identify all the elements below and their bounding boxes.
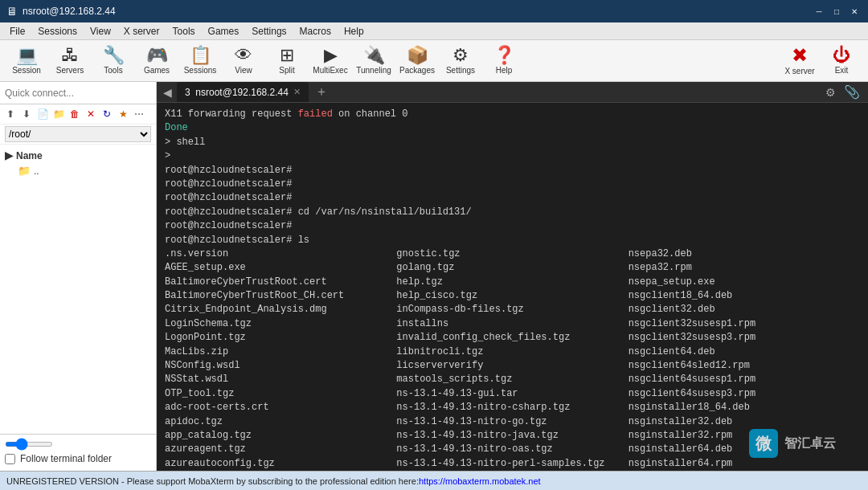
toolbar-tools[interactable]: 🔧 Tools — [93, 43, 133, 79]
window-controls: ─ □ ✕ — [812, 4, 862, 18]
watermark-text: 智汇卓云 — [784, 435, 836, 452]
watermark-icon-text: 微 — [755, 433, 772, 455]
sb-upload-btn[interactable]: ⬆ — [3, 107, 18, 121]
multiexec-icon: ▶ — [324, 47, 338, 64]
toolbar-split[interactable]: ⊞ Split — [267, 43, 307, 79]
term-line-p1: root@hzcloudnetscaler# — [165, 164, 860, 178]
follow-terminal-row: Follow terminal folder — [5, 450, 151, 468]
sb-download-btn[interactable]: ⬇ — [19, 107, 34, 121]
file-entry: BaltimoreCyberTrustRoot_CH.cert — [165, 289, 396, 303]
file-entry: azureagent.tgz — [165, 443, 396, 456]
toolbar-tunneling[interactable]: 🔌 Tunneling — [354, 43, 394, 79]
status-link[interactable]: https://mobaxterm.mobatek.net — [419, 476, 541, 486]
term-line-done: Done — [165, 121, 860, 135]
window-title: nsroot@192.168.2.44 — [23, 6, 812, 17]
sb-more-btn[interactable]: ⋯ — [132, 107, 146, 121]
quick-connect-input[interactable] — [5, 88, 151, 99]
menu-file[interactable]: File — [3, 24, 31, 39]
toolbar-packages[interactable]: 📦 Packages — [397, 43, 437, 79]
folder-select-bar[interactable]: /root/ — [0, 125, 156, 145]
tab-prev-button[interactable]: ◀ — [160, 82, 175, 102]
file-entry: nsgclient18_64.deb — [628, 289, 860, 303]
sidebar: ⬆ ⬇ 📄 📁 🗑 ✕ ↻ ★ ⋯ /root/ ▶ Name 📁 .. — [0, 82, 157, 471]
file-entry: LogonPoint.tgz — [165, 331, 396, 345]
term-line-shell: > shell — [165, 136, 860, 149]
terminal-tab-active[interactable]: 3 nsroot@192.168.2.44 ✕ — [177, 82, 309, 102]
sb-delete-btn[interactable]: 🗑 — [68, 107, 82, 121]
file-entry: azureautoconfig.tgz — [165, 457, 396, 471]
file-tree: ▶ Name 📁 .. — [0, 145, 156, 434]
sb-star-btn[interactable]: ★ — [116, 107, 130, 121]
toolbar-servers[interactable]: 🖧 Servers — [50, 43, 90, 79]
file-entry: ns-13.1-49.13-nitro-oas.tgz — [396, 443, 628, 456]
sidebar-bottom: Follow terminal folder — [0, 434, 156, 471]
menu-help[interactable]: Help — [338, 24, 371, 39]
menu-games[interactable]: Games — [202, 24, 246, 39]
file-entry: app_catalog.tgz — [165, 429, 396, 443]
file-entry: nsginstaller32.deb — [628, 415, 860, 429]
close-button[interactable]: ✕ — [847, 4, 862, 18]
menu-sessions[interactable]: Sessions — [31, 24, 84, 39]
toolbar-session[interactable]: 💻 Session — [6, 43, 47, 79]
toolbar-sessions[interactable]: 📋 Sessions — [180, 43, 220, 79]
split-icon: ⊞ — [280, 47, 294, 64]
clipboard-icon[interactable]: 📎 — [839, 84, 865, 100]
toolbar-games[interactable]: 🎮 Games — [137, 43, 177, 79]
tab-add-button[interactable]: ＋ — [310, 84, 333, 100]
watermark: 微 智汇卓云 — [749, 429, 836, 458]
quick-connect-bar[interactable] — [0, 82, 156, 104]
view-icon: 👁 — [235, 47, 252, 64]
file-entry: ns-13.1-49.13-gui.tar — [396, 387, 628, 401]
sb-x-btn[interactable]: ✕ — [84, 107, 98, 121]
tab-close-icon[interactable]: ✕ — [293, 87, 301, 97]
file-entry: gnostic.tgz — [396, 247, 628, 261]
minimize-button[interactable]: ─ — [812, 4, 826, 18]
file-entry: nsgclient64.deb — [628, 345, 860, 359]
sb-refresh-btn[interactable]: ↻ — [100, 107, 114, 121]
sb-new-file-btn[interactable]: 📄 — [35, 107, 50, 121]
follow-terminal-checkbox[interactable] — [5, 454, 15, 464]
menu-settings[interactable]: Settings — [245, 24, 293, 39]
games-icon: 🎮 — [146, 47, 168, 64]
term-line-p4: root@hzcloudnetscaler# — [165, 219, 860, 233]
file-entry: BaltimoreCyberTrustRoot.cert — [165, 276, 396, 289]
sessions-icon: 📋 — [190, 47, 211, 64]
tab-action-btn[interactable]: ⚙ — [822, 86, 839, 99]
toolbar-exit[interactable]: ⏻ Exit — [821, 43, 862, 79]
folder-dropdown[interactable]: /root/ — [5, 126, 151, 142]
file-col-2: gnostic.tgzgolang.tgzhelp.tgzhelp_cisco.… — [396, 247, 628, 471]
menu-view[interactable]: View — [84, 24, 117, 39]
menu-macros[interactable]: Macros — [293, 24, 338, 39]
terminal-content[interactable]: X11 forwarding request failed on channel… — [157, 103, 868, 471]
toolbar-sessions-label: Sessions — [184, 66, 217, 75]
toolbar-multiexec[interactable]: ▶ MultiExec — [310, 43, 350, 79]
tree-item-folder[interactable]: 📁 .. — [5, 163, 151, 178]
sidebar-slider[interactable] — [5, 442, 53, 447]
toolbar: 💻 Session 🖧 Servers 🔧 Tools 🎮 Games 📋 Se… — [0, 40, 868, 82]
file-entry: inCompass-db-files.tgz — [396, 303, 628, 316]
file-entry: ns-13.1-49.13-nitro-java.tgz — [396, 429, 628, 443]
sb-new-folder-btn[interactable]: 📁 — [51, 107, 66, 121]
file-entry: nsepa32.rpm — [628, 261, 860, 275]
toolbar-settings[interactable]: ⚙ Settings — [440, 43, 481, 79]
maximize-button[interactable]: □ — [829, 4, 844, 18]
status-text: UNREGISTERED VERSION - Please support Mo… — [6, 476, 419, 486]
file-entry: nsgclient32susesp1.rpm — [628, 317, 860, 331]
file-entry: NSStat.wsdl — [165, 373, 396, 386]
toolbar-xserver[interactable]: ✖ X server — [780, 43, 820, 79]
xserver-icon: ✖ — [792, 46, 808, 65]
toolbar-view-label: View — [235, 66, 252, 75]
term-line-p2: root@hzcloudnetscaler# — [165, 178, 860, 191]
toolbar-view[interactable]: 👁 View — [223, 43, 264, 79]
menu-xserver[interactable]: X server — [117, 24, 166, 39]
toolbar-help[interactable]: ❓ Help — [484, 43, 524, 79]
follow-terminal-label[interactable]: Follow terminal folder — [20, 453, 112, 464]
menu-tools[interactable]: Tools — [166, 24, 202, 39]
tree-arrow-icon: ▶ — [5, 149, 13, 161]
xserver-label: X server — [784, 67, 814, 76]
toolbar-packages-label: Packages — [399, 66, 435, 75]
tab-right-actions: ⚙ 📎 — [822, 84, 865, 100]
tree-header-label: Name — [16, 150, 43, 161]
sidebar-toolbar: ⬆ ⬇ 📄 📁 🗑 ✕ ↻ ★ ⋯ — [0, 104, 156, 125]
file-entry: apidoc.tgz — [165, 415, 396, 429]
